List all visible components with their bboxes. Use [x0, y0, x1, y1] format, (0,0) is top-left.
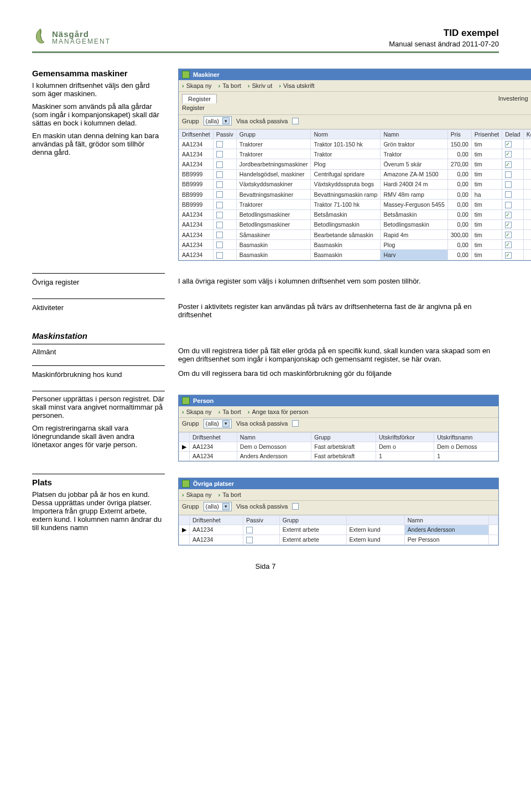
logo-line1: Näsgård [52, 30, 111, 39]
grupp-select[interactable]: (alla)▾ [204, 502, 232, 511]
table-row[interactable]: AA1234Anders AnderssonFast arbetskraft11 [179, 451, 498, 460]
table-row[interactable]: AA1234BetodlingsmaskinerBetsåmaskinBetså… [179, 209, 532, 219]
doc-header: Näsgård MANAGEMENT TID exempel Manual se… [32, 28, 499, 53]
toolbar-button[interactable]: Skapa ny [182, 491, 212, 498]
table-row[interactable]: AA1234SåmaskinerBearbetande såmaskinRapi… [179, 229, 532, 239]
toolbar: Skapa nyTa bortSkriv utVisa utskrift [179, 80, 531, 92]
para: En maskin utan denna delning kan bara an… [32, 132, 165, 156]
table-row[interactable]: AA1234BasmaskinBasmaskinHarv0,00tim [179, 250, 532, 260]
leaf-icon [32, 28, 49, 45]
def-text: Om du vill registrera tider på fält elle… [178, 331, 499, 363]
def-label: Aktiviteter [32, 302, 165, 312]
heading-plats: Plats [32, 478, 165, 487]
doc-title: TID exempel [389, 28, 499, 39]
logo-line2: MANAGEMENT [52, 38, 111, 45]
heading-gemensamma: Gemensamma maskiner [32, 69, 165, 78]
para: Maskiner som används på alla gårdar (som… [32, 102, 165, 127]
toolbar-button[interactable]: Skapa ny [182, 82, 212, 89]
table-row[interactable]: ▶AA1234Dem o DemossonFast arbetskraftDem… [179, 442, 498, 451]
table-row[interactable]: BB9999VäxtskyddsmaskinerVäxtskyddsspruta… [179, 179, 532, 189]
grupp-select[interactable]: (alla)▾ [204, 116, 232, 125]
toolbar-button[interactable]: Skapa ny [182, 408, 212, 415]
para: Personer upprättas i person registret. D… [32, 395, 165, 420]
page-footer: Sida 7 [32, 562, 499, 570]
para: I kolumnen driftsenhet väljs den gård so… [32, 81, 165, 98]
maskiner-table: DriftsenhetPassivGruppNormNamnPrisPrisen… [179, 129, 531, 260]
def-label: Allmänt [32, 348, 165, 356]
toolbar-button[interactable]: Ta bort [218, 491, 241, 498]
maskiner-screenshot: MaskinerSkapa nyTa bortSkriv utVisa utsk… [178, 69, 531, 261]
table-row[interactable]: AA1234TraktorerTraktorTraktor0,00tim [179, 149, 532, 159]
visa-passiva-checkbox[interactable] [292, 503, 299, 510]
visa-passiva-checkbox[interactable] [292, 420, 299, 427]
heading-maskinstation: Maskinstation [32, 331, 165, 340]
tab-investering[interactable]: Investering [239, 94, 531, 103]
table-row[interactable]: AA1234TraktorerTraktor 101-150 hkGrön tr… [179, 139, 532, 149]
table-row[interactable]: AA1234BetodlingsmaskinerBetodlingsmaskin… [179, 219, 532, 229]
table-row[interactable]: AA1234BasmaskinBasmaskinPlog0,00tim [179, 240, 532, 250]
person-screenshot: PersonSkapa nyTa bortAnge taxa för perso… [178, 395, 499, 462]
toolbar-button[interactable]: Ta bort [218, 82, 241, 89]
window-title: Person [179, 395, 498, 406]
table-row[interactable]: ▶AA1234Externt arbeteExtern kundAnders A… [179, 525, 498, 535]
toolbar-button[interactable]: Skriv ut [248, 82, 272, 89]
person-table: DriftsenhetNamnGruppUtskriftsförkorUtskr… [179, 432, 498, 461]
ovriga-platser-screenshot: Övriga platserSkapa nyTa bortGrupp(alla)… [178, 478, 499, 546]
table-row[interactable]: BB9999BevattningsmaskinerBevattningsmask… [179, 190, 532, 200]
doc-date: Manual senast ändrad 2011-07-20 [389, 40, 499, 48]
toolbar-button[interactable]: Ange taxa för person [248, 408, 309, 415]
def-label: Övriga register [32, 277, 165, 286]
table-row[interactable]: BB9999TraktorerTraktor 71-100 hkMassey-F… [179, 200, 532, 209]
tab-register[interactable]: Register [182, 94, 217, 103]
para: Om registreringarna skall vara lönegrund… [32, 424, 165, 449]
def-text: Om du vill regissera bara tid och maskin… [178, 369, 499, 378]
toolbar-button[interactable]: Ta bort [218, 408, 241, 415]
def-text: I alla övriga register som väljs i kolum… [178, 277, 499, 285]
table-row[interactable]: AA1234JordbearbetningsmaskinerPlogÖverum… [179, 159, 532, 169]
window-title: Övriga platser [179, 478, 498, 489]
grupp-select[interactable]: (alla)▾ [204, 419, 232, 428]
table-row[interactable]: AA1234Externt arbeteExtern kundPer Perss… [179, 535, 498, 544]
visa-passiva-checkbox[interactable] [292, 118, 299, 124]
subtab-register[interactable]: Register [182, 104, 205, 111]
window-title: Maskiner [179, 69, 531, 80]
para: Platsen du jobbar på är hos en kund. Des… [32, 490, 165, 532]
toolbar-button[interactable]: Visa utskrift [279, 82, 314, 89]
table-row[interactable]: BB9999Handelsgödsel, maskinerCentrifugal… [179, 169, 532, 179]
platser-table: DriftsenhetPassivGruppNamn▶AA1234Externt… [179, 515, 498, 545]
def-text: Poster i aktivitets register kan använda… [178, 302, 499, 319]
def-label: Maskinförbrukning hos kund [32, 369, 165, 379]
logo: Näsgård MANAGEMENT [32, 28, 111, 45]
